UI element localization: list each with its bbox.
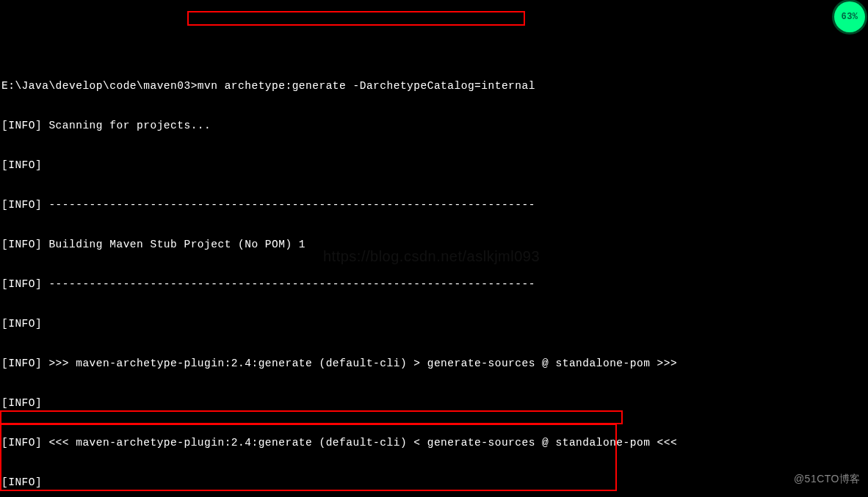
- output-line: [INFO]: [1, 396, 867, 410]
- output-line: [INFO]: [1, 317, 867, 330]
- output-line: [INFO] ---------------------------------…: [1, 198, 867, 211]
- watermark-text: @51CTO博客: [794, 472, 861, 485]
- output-line: [INFO] Building Maven Stub Project (No P…: [1, 238, 867, 251]
- output-line: [INFO] >>> maven-archetype-plugin:2.4:ge…: [1, 357, 867, 370]
- command-text: mvn archetype:generate -DarchetypeCatalo…: [198, 80, 535, 92]
- output-line: [INFO]: [1, 476, 867, 489]
- annotation-highlight-command: [187, 11, 525, 26]
- output-line: [INFO]: [1, 159, 867, 172]
- output-line: [INFO] ---------------------------------…: [1, 277, 867, 291]
- prompt-path: E:\Java\develop\code\maven03>: [1, 80, 198, 92]
- percent-badge: 63%: [834, 1, 865, 32]
- terminal-output[interactable]: E:\Java\develop\code\maven03>mvn archety…: [0, 53, 868, 497]
- output-line: [INFO] Scanning for projects...: [1, 119, 867, 132]
- output-line: [INFO] <<< maven-archetype-plugin:2.4:ge…: [1, 436, 867, 449]
- prompt-line: E:\Java\develop\code\maven03>mvn archety…: [1, 79, 867, 92]
